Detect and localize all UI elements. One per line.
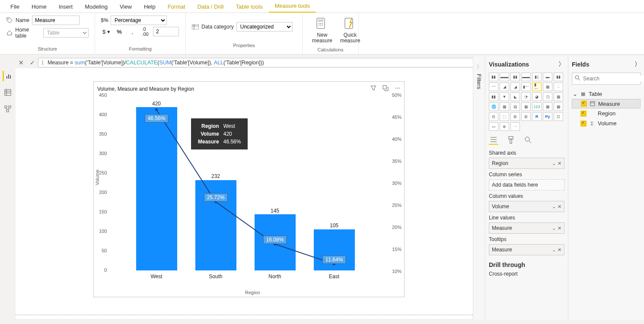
viz-type-icon[interactable]: ⊡ xyxy=(554,112,563,121)
percent-button[interactable]: % xyxy=(114,27,124,36)
visual-filter-icon[interactable] xyxy=(370,84,377,92)
measure-name-input[interactable] xyxy=(32,16,80,25)
decimal-button[interactable]: .0.00 xyxy=(140,27,150,36)
well-tooltips[interactable]: Measure⌄✕ xyxy=(489,244,564,255)
viz-pane-collapse-icon[interactable]: 〉 xyxy=(558,60,564,68)
viz-type-icon[interactable]: 🌐 xyxy=(489,102,498,111)
well-dropdown-icon[interactable]: ⌄ xyxy=(552,204,556,210)
data-view-button[interactable] xyxy=(3,87,13,98)
fields-search[interactable] xyxy=(572,73,641,85)
viz-type-icon[interactable]: ▬▬ xyxy=(521,73,531,81)
well-remove-icon[interactable]: ✕ xyxy=(558,247,561,253)
viz-type-line-column-icon[interactable]: ▮〰 xyxy=(532,83,542,91)
field-checkbox[interactable] xyxy=(581,101,587,107)
viz-type-icon[interactable]: ▦ xyxy=(554,102,563,111)
well-remove-icon[interactable]: ✕ xyxy=(558,226,561,231)
well-dropdown-icon[interactable]: ⌄ xyxy=(552,161,556,166)
table-node[interactable]: ⌄ ▦ Table xyxy=(572,89,641,99)
viz-type-icon[interactable]: ▦ xyxy=(543,83,552,91)
filters-expand-icon[interactable]: 〉 xyxy=(477,63,482,70)
svg-line-24 xyxy=(8,108,10,110)
tab-view[interactable]: View xyxy=(114,1,138,13)
new-measure-button[interactable]: New measure xyxy=(309,16,336,45)
viz-type-icon[interactable]: ◔ xyxy=(521,92,531,101)
viz-type-icon[interactable]: ◕ xyxy=(532,92,542,101)
currency-button[interactable]: $ ▾ xyxy=(101,27,112,36)
viz-type-icon[interactable]: ▮▮ xyxy=(510,73,520,81)
search-input[interactable] xyxy=(583,76,644,82)
tab-format[interactable]: Format xyxy=(162,1,191,13)
format-tab-icon[interactable] xyxy=(506,135,516,145)
viz-type-icon[interactable]: ◢ xyxy=(510,83,520,91)
viz-type-icon[interactable]: ⊞ xyxy=(521,112,531,121)
viz-type-icon[interactable]: 〰 xyxy=(489,83,498,91)
viz-type-icon[interactable]: ▮▮ xyxy=(554,73,563,81)
viz-type-icon[interactable]: ▮▯ xyxy=(532,73,542,81)
viz-type-icon[interactable]: ◢ xyxy=(500,83,509,91)
viz-type-icon[interactable]: ▬ xyxy=(543,73,552,81)
field-item-volume[interactable]: Σ Volume xyxy=(572,118,641,128)
tab-insert[interactable]: Insert xyxy=(53,1,79,13)
formula-cancel-button[interactable]: ✕ xyxy=(16,58,27,67)
tab-measure-tools[interactable]: Measure tools xyxy=(269,0,316,13)
viz-type-icon[interactable]: ▬▬ xyxy=(500,73,509,81)
viz-type-icon[interactable]: 123 xyxy=(532,102,542,111)
quick-measure-button[interactable]: Quick measure xyxy=(337,16,364,45)
tab-table-tools[interactable]: Table tools xyxy=(230,1,268,13)
viz-type-icon[interactable]: ⊞ xyxy=(510,112,520,121)
viz-type-icon[interactable]: ▤ xyxy=(510,102,520,111)
formula-commit-button[interactable]: ✓ xyxy=(27,58,38,67)
decimals-input[interactable] xyxy=(153,27,179,36)
home-table-select[interactable]: Table xyxy=(43,28,89,38)
report-canvas[interactable]: ⋯ Volume, Measure and Measure by Region … xyxy=(16,68,476,319)
tab-data-drill[interactable]: Data / Drill xyxy=(191,1,230,13)
viz-type-icon[interactable]: ▭ xyxy=(489,122,498,131)
fields-pane-collapse-icon[interactable]: 〉 xyxy=(634,60,641,68)
field-checkbox[interactable] xyxy=(580,111,587,117)
viz-type-icon[interactable]: ∴ xyxy=(554,83,563,91)
viz-type-icon[interactable]: ▦ xyxy=(521,102,531,111)
well-remove-icon[interactable]: ✕ xyxy=(558,204,561,210)
tab-file[interactable]: File xyxy=(4,1,26,13)
visual-focus-icon[interactable] xyxy=(382,84,389,92)
visual-more-icon[interactable]: ⋯ xyxy=(394,84,402,92)
analytics-tab-icon[interactable] xyxy=(523,135,533,145)
viz-type-icon[interactable]: ▦ xyxy=(500,102,509,111)
chart-visual[interactable]: ⋯ Volume, Measure and Measure by Region … xyxy=(93,81,405,297)
viz-type-icon[interactable]: R xyxy=(532,112,542,121)
well-dropdown-icon[interactable]: ⌄ xyxy=(552,247,556,253)
viz-type-icon[interactable]: ⊕ xyxy=(500,122,509,131)
viz-type-icon[interactable]: ◳ xyxy=(543,92,552,101)
well-line-values[interactable]: Measure⌄✕ xyxy=(489,222,564,234)
fields-tab-icon[interactable] xyxy=(489,135,498,145)
tab-modeling[interactable]: Modeling xyxy=(79,1,114,13)
viz-type-icon[interactable]: ▮▮ xyxy=(489,73,498,81)
data-category-select[interactable]: Uncategorized xyxy=(236,22,293,32)
viz-type-icon[interactable]: ⋯ xyxy=(510,122,520,131)
field-item-measure[interactable]: Measure xyxy=(572,99,641,108)
viz-type-icon[interactable]: ⊟ xyxy=(489,112,498,121)
viz-type-icon[interactable]: ▮〰 xyxy=(521,83,531,91)
report-view-button[interactable] xyxy=(3,71,13,81)
thousands-button[interactable]: , xyxy=(127,27,137,36)
tab-home[interactable]: Home xyxy=(26,1,53,13)
format-select[interactable]: Percentage xyxy=(111,16,167,25)
well-column-values[interactable]: Volume⌄✕ xyxy=(489,201,564,212)
viz-type-icon[interactable]: ⬚ xyxy=(500,112,509,121)
field-checkbox[interactable] xyxy=(580,121,587,127)
viz-type-icon[interactable]: ▦ xyxy=(543,102,552,111)
tab-help[interactable]: Help xyxy=(138,1,162,13)
well-column-series[interactable]: Add data fields here xyxy=(489,179,564,191)
viz-type-icon[interactable]: ◣ xyxy=(510,92,520,101)
well-remove-icon[interactable]: ✕ xyxy=(558,161,561,166)
viz-type-icon[interactable]: ▮▮ xyxy=(489,92,498,101)
well-label-line-values: Line values xyxy=(489,215,564,221)
viz-type-icon[interactable]: ▦ xyxy=(554,92,563,101)
field-item-region[interactable]: Region xyxy=(572,108,641,118)
filters-pane-collapsed[interactable]: 〉 Filters xyxy=(473,56,485,320)
viz-type-icon[interactable]: ▼ xyxy=(500,92,509,101)
viz-type-icon[interactable]: Py xyxy=(543,112,552,121)
well-shared-axis[interactable]: Region⌄✕ xyxy=(489,158,564,169)
model-view-button[interactable] xyxy=(3,104,13,114)
well-dropdown-icon[interactable]: ⌄ xyxy=(552,226,556,231)
